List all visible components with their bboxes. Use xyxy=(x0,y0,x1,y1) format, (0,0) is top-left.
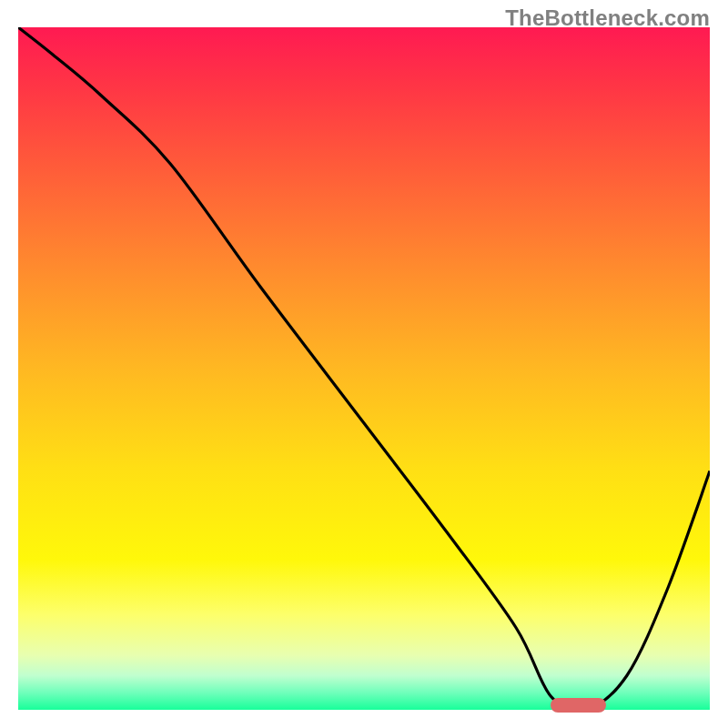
bottleneck-curve xyxy=(18,27,710,710)
optimal-marker xyxy=(551,698,606,713)
plot-area xyxy=(18,27,710,710)
chart-frame: TheBottleneck.com xyxy=(0,0,728,728)
curve-path xyxy=(18,27,710,710)
